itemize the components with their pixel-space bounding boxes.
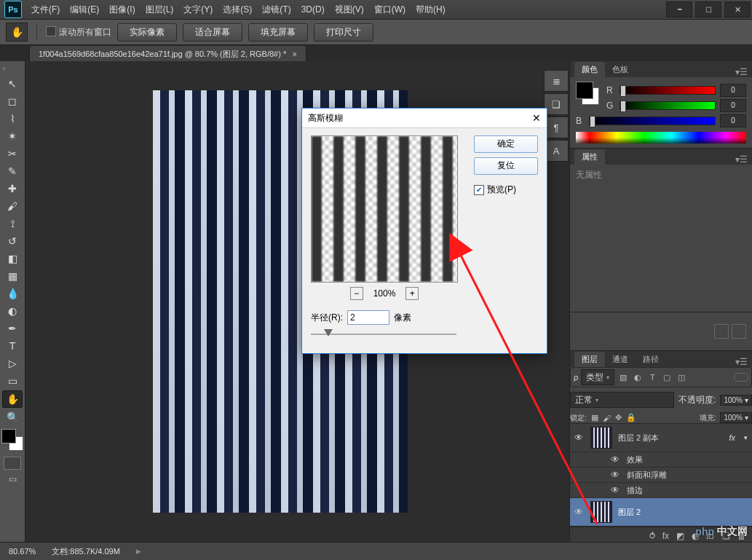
menu-select[interactable]: 选择(S) bbox=[218, 0, 257, 19]
tab-properties[interactable]: 属性 bbox=[574, 149, 605, 165]
zoom-in-button[interactable]: + bbox=[405, 287, 419, 300]
healing-tool[interactable]: ✚ bbox=[3, 181, 22, 197]
tab-color[interactable]: 颜色 bbox=[574, 62, 605, 77]
menu-edit[interactable]: 编辑(E) bbox=[65, 0, 104, 19]
window-minimize-button[interactable] bbox=[666, 1, 692, 17]
reset-button[interactable]: 复位 bbox=[474, 157, 538, 175]
fill-value[interactable]: 100%▾ bbox=[720, 412, 752, 423]
crop-tool[interactable]: ✂ bbox=[3, 146, 22, 162]
visibility-icon[interactable]: 👁 bbox=[574, 507, 585, 517]
tab-layers[interactable]: 图层 bbox=[574, 352, 605, 367]
menu-file[interactable]: 文件(F) bbox=[26, 0, 65, 19]
color-panel-menu-icon[interactable]: ▾☰ bbox=[731, 67, 752, 77]
layer-kind-dropdown[interactable]: 类型▾ bbox=[581, 369, 614, 385]
lock-all-icon[interactable]: 🔒 bbox=[626, 413, 636, 422]
document-info[interactable]: 文档:885.7K/4.09M bbox=[52, 546, 120, 557]
menu-layer[interactable]: 图层(L) bbox=[140, 0, 179, 19]
radius-slider[interactable] bbox=[311, 328, 456, 341]
actual-pixels-button[interactable]: 实际像素 bbox=[117, 23, 177, 42]
tab-channels[interactable]: 通道 bbox=[605, 352, 636, 367]
lasso-tool[interactable]: ⌇ bbox=[3, 111, 22, 127]
g-value[interactable]: 0 bbox=[720, 99, 746, 112]
window-maximize-button[interactable] bbox=[695, 1, 721, 17]
hand-tool[interactable]: ✋ bbox=[2, 390, 23, 408]
document-tab[interactable]: 1f004a1569d68cfaa850e16e42ea71f.jpg @ 80… bbox=[29, 45, 306, 63]
lock-pixels-icon[interactable]: 🖌 bbox=[603, 414, 611, 422]
fx-item-bevel[interactable]: 👁斜面和浮雕 bbox=[570, 468, 752, 483]
eyedropper-tool[interactable]: ✎ bbox=[3, 163, 22, 179]
layer-name[interactable]: 图层 2 bbox=[618, 507, 748, 518]
gradient-tool[interactable]: ▦ bbox=[3, 268, 22, 284]
visibility-icon[interactable]: 👁 bbox=[574, 433, 585, 443]
lock-position-icon[interactable]: ✥ bbox=[615, 413, 622, 422]
radius-input[interactable] bbox=[347, 310, 389, 325]
stamp-tool[interactable]: ⟟ bbox=[3, 216, 22, 232]
current-tool-icon[interactable]: ✋ bbox=[6, 23, 28, 42]
marquee-tool[interactable]: ◻ bbox=[3, 93, 22, 109]
menu-view[interactable]: 视图(V) bbox=[330, 0, 369, 19]
blend-mode-dropdown[interactable]: 正常▾ bbox=[570, 392, 674, 408]
filter-shape-icon[interactable]: ▢ bbox=[661, 371, 673, 383]
shape-tool[interactable]: ▭ bbox=[3, 373, 22, 389]
zoom-level[interactable]: 80.67% bbox=[9, 547, 36, 556]
brush-tool[interactable]: 🖌 bbox=[3, 198, 22, 214]
mini-icon-1[interactable] bbox=[714, 324, 729, 339]
window-close-button[interactable] bbox=[724, 1, 751, 17]
menu-window[interactable]: 窗口(W) bbox=[369, 0, 411, 19]
toolbox-collapse-icon[interactable]: » bbox=[2, 65, 12, 72]
menu-help[interactable]: 帮助(H) bbox=[411, 0, 451, 19]
fit-screen-button[interactable]: 适合屏幕 bbox=[183, 23, 242, 42]
pen-tool[interactable]: ✒ bbox=[3, 320, 22, 336]
lock-transparency-icon[interactable]: ▦ bbox=[591, 413, 598, 422]
move-tool[interactable]: ↖ bbox=[3, 76, 22, 92]
r-slider[interactable] bbox=[620, 86, 716, 95]
layer-row[interactable]: 👁 图层 2 副本 fx ▾ bbox=[570, 424, 752, 452]
collapsed-panel-icon-4[interactable]: A bbox=[544, 140, 569, 162]
menu-image[interactable]: 图像(I) bbox=[104, 0, 140, 19]
filter-type-icon[interactable]: T bbox=[646, 371, 658, 383]
b-slider[interactable] bbox=[589, 117, 716, 125]
foreground-background-swatch[interactable] bbox=[1, 429, 23, 451]
tab-paths[interactable]: 路径 bbox=[636, 352, 666, 367]
filter-pixel-icon[interactable]: ▧ bbox=[617, 371, 629, 383]
layer-name[interactable]: 图层 2 副本 bbox=[618, 433, 723, 443]
fill-screen-button[interactable]: 填充屏幕 bbox=[248, 23, 308, 42]
quick-select-tool[interactable]: ✶ bbox=[3, 128, 22, 144]
quick-mask-toggle[interactable] bbox=[4, 457, 21, 470]
layer-thumbnail[interactable] bbox=[590, 427, 612, 449]
b-value[interactable]: 0 bbox=[720, 114, 746, 127]
layers-panel-menu-icon[interactable]: ▾☰ bbox=[731, 357, 752, 367]
layer-row[interactable]: 👁 图层 2 bbox=[570, 498, 752, 527]
dodge-tool[interactable]: ◐ bbox=[3, 303, 22, 319]
blur-tool[interactable]: 💧 bbox=[3, 285, 22, 301]
opacity-value[interactable]: 100%▾ bbox=[720, 395, 752, 406]
layer-thumbnail[interactable] bbox=[590, 501, 612, 523]
layer-fx-icon[interactable]: fx bbox=[662, 531, 669, 541]
zoom-tool[interactable]: 🔍 bbox=[3, 409, 22, 425]
layer-mask-icon[interactable]: ◩ bbox=[676, 531, 684, 541]
path-select-tool[interactable]: ▷ bbox=[3, 355, 22, 371]
eraser-tool[interactable]: ◧ bbox=[3, 251, 22, 267]
menu-filter[interactable]: 滤镜(T) bbox=[257, 0, 296, 19]
fx-effects-label[interactable]: 👁效果 bbox=[570, 452, 752, 468]
filter-smart-icon[interactable]: ◫ bbox=[676, 371, 687, 383]
print-size-button[interactable]: 打印尺寸 bbox=[314, 23, 373, 42]
tab-swatches[interactable]: 色板 bbox=[605, 62, 636, 77]
close-document-icon[interactable]: × bbox=[292, 50, 297, 60]
scroll-all-windows-checkbox[interactable]: 滚动所有窗口 bbox=[46, 26, 111, 39]
filter-adjust-icon[interactable]: ◐ bbox=[632, 371, 644, 383]
filter-toggle[interactable] bbox=[734, 373, 748, 382]
ok-button[interactable]: 确定 bbox=[474, 135, 538, 153]
menu-type[interactable]: 文字(Y) bbox=[178, 0, 218, 19]
collapsed-panel-icon-1[interactable]: ≣ bbox=[544, 70, 569, 92]
collapsed-panel-icon-2[interactable]: ❏ bbox=[544, 93, 569, 115]
mini-trash-icon[interactable] bbox=[732, 324, 746, 339]
preview-box[interactable] bbox=[311, 135, 458, 283]
r-value[interactable]: 0 bbox=[720, 84, 746, 97]
fx-badge[interactable]: fx bbox=[729, 433, 735, 442]
preview-checkbox[interactable]: ✔预览(P) bbox=[474, 184, 516, 196]
fg-bg-color-swatch[interactable] bbox=[576, 82, 599, 105]
screen-mode-button[interactable]: ▭ bbox=[9, 474, 17, 484]
properties-panel-menu-icon[interactable]: ▾☰ bbox=[731, 154, 752, 165]
link-layers-icon[interactable]: ⥀ bbox=[649, 531, 655, 541]
